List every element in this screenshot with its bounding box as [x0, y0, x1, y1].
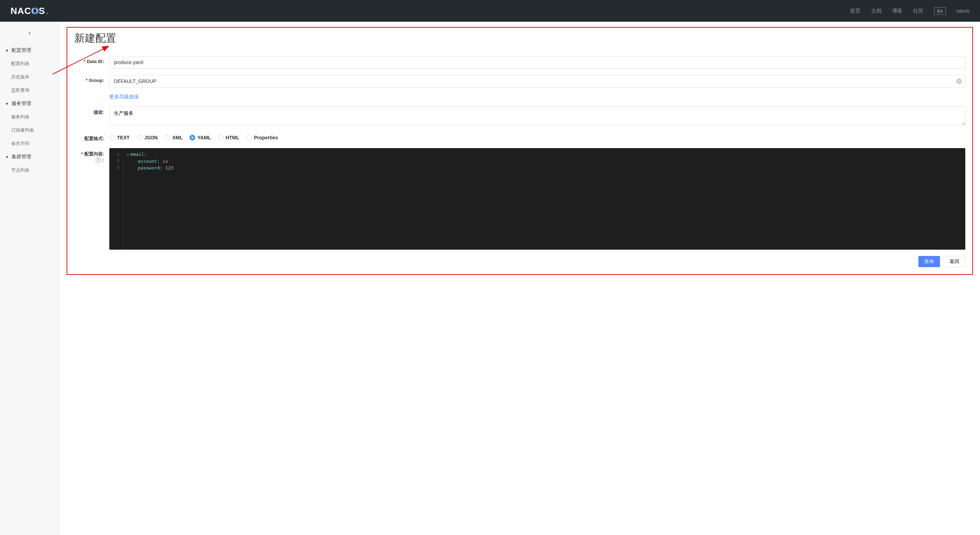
language-toggle[interactable]: En: [934, 7, 946, 15]
form-highlight-box: 新建配置 *Data ID: *Group: ✕ 更多高级选项: [67, 27, 973, 275]
code-content[interactable]: ⊟email: account: sa password: 123: [123, 148, 965, 250]
menu-group-service[interactable]: ▼ 服务管理: [0, 97, 59, 110]
nav-home[interactable]: 首页: [850, 8, 861, 14]
menu-item-config-list[interactable]: 配置列表: [0, 57, 59, 70]
group-input[interactable]: [109, 75, 965, 87]
radio-text[interactable]: TEXT: [109, 135, 130, 140]
back-button[interactable]: 返回: [943, 256, 965, 267]
menu-item-node-list[interactable]: 节点列表: [0, 164, 59, 177]
chevron-down-icon: ▼: [5, 49, 9, 52]
code-editor[interactable]: 1 2 3 ⊟email: account: sa password: 123: [109, 148, 965, 250]
radio-xml[interactable]: XML: [165, 135, 183, 140]
publish-button[interactable]: 发布: [918, 256, 940, 267]
chevron-down-icon: ▼: [5, 155, 9, 159]
label-format: 配置格式:: [84, 136, 104, 141]
user-menu[interactable]: nacos: [956, 8, 969, 14]
radio-properties[interactable]: Properties: [246, 135, 278, 140]
header-nav: 首页 文档 博客 社区 En nacos: [850, 7, 969, 15]
menu-item-service-list[interactable]: 服务列表: [0, 110, 59, 124]
logo[interactable]: NACOOS.: [11, 6, 49, 16]
format-radio-group: TEXT JSON XML YAML HTML Properties: [109, 133, 965, 140]
page-title: 新建配置: [74, 31, 965, 46]
help-icon[interactable]: ?: [95, 157, 101, 163]
logo-dot: .: [46, 6, 49, 16]
menu-group-label: 集群管理: [11, 154, 31, 160]
radio-yaml[interactable]: YAML: [189, 135, 211, 140]
clear-icon[interactable]: ✕: [956, 78, 962, 84]
label-content: 配置内容:: [84, 151, 104, 157]
header-bar: NACOOS. 首页 文档 博客 社区 En nacos: [0, 0, 980, 22]
menu-item-listener[interactable]: 监听查询: [0, 84, 59, 97]
logo-text-2: S: [39, 6, 45, 16]
fold-icon[interactable]: ⊟: [127, 152, 129, 157]
nav-community[interactable]: 社区: [913, 8, 924, 14]
nav-blog[interactable]: 博客: [892, 8, 902, 14]
radio-json[interactable]: JSON: [137, 135, 158, 140]
menu-item-subscriber[interactable]: 订阅者列表: [0, 124, 59, 137]
dataid-input[interactable]: [109, 56, 965, 68]
menu-group-label: 配置管理: [11, 47, 31, 54]
nav-docs[interactable]: 文档: [871, 8, 881, 14]
label-group: Group:: [89, 78, 104, 83]
menu-item-namespace[interactable]: 命名空间: [0, 137, 59, 150]
advanced-options-link[interactable]: 更多高级选项: [109, 94, 139, 100]
description-textarea[interactable]: [109, 106, 965, 125]
menu-group-label: 服务管理: [11, 100, 31, 107]
label-dataid: Data ID:: [87, 59, 104, 64]
label-desc: 描述:: [94, 110, 104, 115]
menu-item-history[interactable]: 历史版本: [0, 70, 59, 84]
menu-group-cluster[interactable]: ▼ 集群管理: [0, 150, 59, 164]
sidebar: ‹ ▼ 配置管理 配置列表 历史版本 监听查询 ▼ 服务管理 服务列表 订阅者列…: [0, 22, 60, 535]
main-content: 新建配置 *Data ID: *Group: ✕ 更多高级选项: [60, 22, 980, 535]
menu-group-config[interactable]: ▼ 配置管理: [0, 44, 59, 57]
chevron-down-icon: ▼: [5, 102, 9, 106]
sidebar-collapse-icon[interactable]: ‹: [0, 25, 59, 44]
code-gutter: 1 2 3: [109, 148, 123, 250]
logo-text-1: NAC: [11, 6, 31, 16]
radio-html[interactable]: HTML: [218, 135, 239, 140]
